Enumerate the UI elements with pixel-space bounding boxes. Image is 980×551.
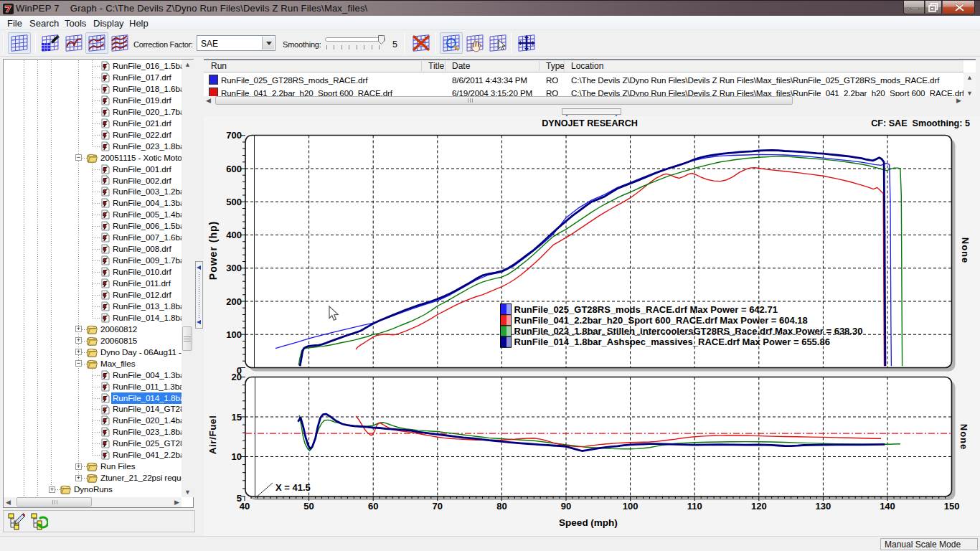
svg-text:40: 40 <box>240 501 250 512</box>
svg-text:120: 120 <box>751 501 767 512</box>
svg-text:50: 50 <box>303 501 314 512</box>
svg-text:10: 10 <box>232 451 242 462</box>
svg-text:80: 80 <box>496 501 507 512</box>
svg-text:600: 600 <box>226 164 242 174</box>
svg-text:DYNOJET RESEARCH: DYNOJET RESEARCH <box>542 118 638 128</box>
svg-text:Air/Fuel: Air/Fuel <box>207 415 218 454</box>
svg-text:140: 140 <box>880 501 895 512</box>
svg-text:RunFile_025_GT28RS_mods_RACE.d: RunFile_025_GT28RS_mods_RACE.drf Max Pow… <box>514 304 778 315</box>
svg-text:100: 100 <box>623 501 639 512</box>
svg-text:400: 400 <box>226 230 242 240</box>
svg-text:X = 41.5: X = 41.5 <box>275 482 311 493</box>
svg-text:20: 20 <box>232 372 242 382</box>
svg-text:130: 130 <box>816 501 831 512</box>
svg-text:300: 300 <box>226 263 242 273</box>
svg-text:None: None <box>960 237 971 264</box>
svg-text:150: 150 <box>944 501 960 512</box>
svg-text:15: 15 <box>232 412 242 423</box>
svg-text:RunFile_041_2.2bar_h20_Sport 6: RunFile_041_2.2bar_h20_Sport 600_RACE.dr… <box>514 315 808 326</box>
svg-text:CF: SAE Smoothing: 5: CF: SAE Smoothing: 5 <box>871 118 970 128</box>
svg-text:700: 700 <box>226 130 242 141</box>
svg-text:100: 100 <box>226 329 242 340</box>
svg-text:Speed (mph): Speed (mph) <box>559 517 618 528</box>
svg-text:70: 70 <box>433 501 443 512</box>
svg-text:90: 90 <box>561 501 571 512</box>
svg-text:200: 200 <box>226 296 242 307</box>
svg-text:RunFile_014_1.8bar_Ashspec_mas: RunFile_014_1.8bar_Ashspec_massives_RACE… <box>514 336 830 347</box>
svg-text:60: 60 <box>368 501 378 512</box>
svg-text:RunFile_023_1.8bar_Stillen_int: RunFile_023_1.8bar_Stillen_intercoolersG… <box>514 326 863 336</box>
svg-text:Power (hp): Power (hp) <box>207 221 219 280</box>
svg-text:500: 500 <box>226 197 242 207</box>
svg-text:None: None <box>958 424 969 451</box>
svg-text:110: 110 <box>687 501 702 512</box>
